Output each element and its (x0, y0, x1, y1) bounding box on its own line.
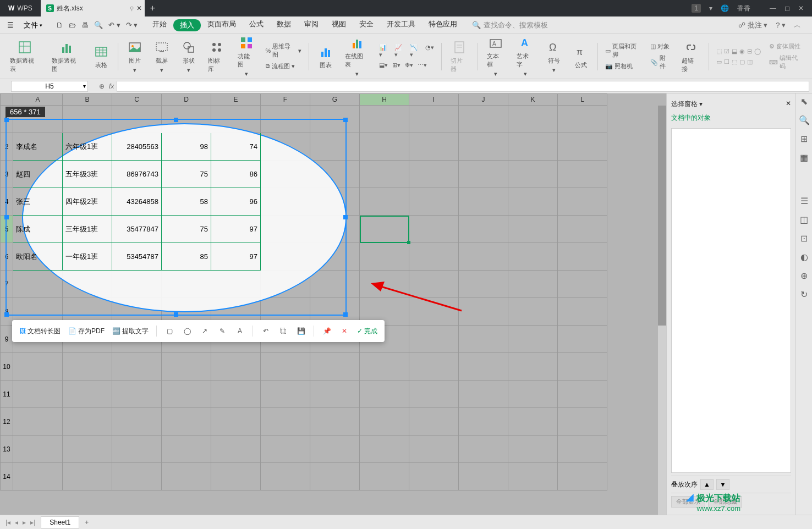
strip-side3-icon[interactable]: ⊡ (800, 233, 808, 244)
cell[interactable] (13, 408, 63, 436)
strip-side2-icon[interactable]: ◫ (800, 214, 808, 225)
cell[interactable] (360, 463, 409, 491)
annotate-button[interactable]: ☍ 批注 ▾ (738, 20, 767, 30)
close-tab-icon[interactable]: ✕ (136, 4, 142, 12)
tab-security[interactable]: 安全 (353, 19, 380, 31)
cell[interactable] (409, 463, 459, 491)
cell[interactable] (211, 463, 261, 491)
cell[interactable] (508, 326, 558, 353)
strip-side4-icon[interactable]: ◐ (800, 252, 808, 262)
form-8-icon[interactable]: ☐ (724, 58, 729, 65)
row-header[interactable]: 10 (0, 353, 13, 381)
col-header-A[interactable]: A (13, 93, 63, 106)
sheet-tab[interactable]: Sheet1 (41, 516, 79, 528)
qat-open-icon[interactable]: 🗁 (69, 21, 76, 29)
cell[interactable] (63, 353, 112, 381)
strip-search-icon[interactable]: 🔍 (799, 115, 810, 125)
cell[interactable] (162, 463, 211, 491)
pivot-chart-button[interactable]: 数据透视图 (47, 40, 86, 73)
cell[interactable] (508, 463, 558, 491)
col-header-F[interactable]: F (261, 93, 310, 106)
cell[interactable] (558, 436, 607, 463)
cell[interactable] (508, 188, 558, 216)
cancel-tool-icon[interactable]: ✕ (338, 324, 351, 338)
camera-button[interactable]: 📷 照相机 (605, 61, 643, 71)
cell[interactable] (558, 106, 607, 133)
row-header[interactable]: 13 (0, 436, 13, 463)
online-chart-button[interactable]: 在线图表 ▾ (341, 35, 374, 78)
sparkline-7-icon[interactable]: ❉▾ (405, 62, 413, 69)
cell[interactable] (261, 353, 310, 381)
tab-view[interactable]: 视图 (325, 19, 353, 31)
col-header-G[interactable]: G (310, 93, 360, 106)
cell[interactable] (211, 408, 261, 436)
cell[interactable] (360, 161, 409, 188)
undo-tool-icon[interactable]: ↶ (259, 324, 272, 338)
text-tool-icon[interactable]: A (233, 324, 246, 338)
cell[interactable] (162, 436, 211, 463)
app-logo[interactable]: W WPS (0, 4, 41, 12)
form-11-icon[interactable]: ◫ (747, 58, 753, 65)
form-5-icon[interactable]: ⊟ (747, 48, 752, 55)
save-pdf-button[interactable]: 📄存为PDF (67, 325, 106, 338)
qat-print-icon[interactable]: 🖶 (81, 21, 89, 29)
form-9-icon[interactable]: ⬚ (732, 58, 737, 65)
screenshot-selection[interactable]: 656 * 371 (6, 119, 347, 316)
cell[interactable] (508, 106, 558, 133)
cell[interactable] (558, 271, 607, 298)
sheet-nav-prev-icon[interactable]: ◂ (15, 519, 18, 526)
slicer-button[interactable]: 切片器 (446, 40, 473, 73)
pen-tool-icon[interactable]: ✎ (216, 324, 229, 338)
strip-side6-icon[interactable]: ↻ (800, 289, 808, 300)
cell[interactable] (459, 353, 508, 381)
help-button[interactable]: ? ▾ (776, 21, 786, 29)
chart-button[interactable]: 图表 (314, 44, 338, 69)
row-header[interactable]: 9 (0, 326, 13, 353)
cell[interactable] (459, 243, 508, 271)
tab-start[interactable]: 开始 (146, 19, 173, 31)
spreadsheet[interactable]: A B C D E F G H I J K L 1 2 3 4 5 (0, 93, 666, 515)
strip-side1-icon[interactable]: ☰ (800, 196, 808, 206)
arrow-tool-icon[interactable]: ↗ (198, 324, 211, 338)
cell[interactable] (508, 353, 558, 381)
cell[interactable] (360, 381, 409, 408)
cell[interactable] (409, 133, 459, 161)
cell[interactable] (459, 298, 508, 326)
strip-select-icon[interactable]: ⬉ (800, 96, 808, 107)
fx-icon[interactable]: fx (109, 82, 114, 90)
cell[interactable] (459, 463, 508, 491)
cell[interactable] (409, 106, 459, 133)
cell[interactable] (558, 243, 607, 271)
rect-tool-icon[interactable]: ▢ (163, 324, 176, 338)
header-footer-button[interactable]: ▭ 页眉和页脚 (605, 41, 643, 60)
done-button[interactable]: ✓ 完成 (355, 325, 379, 338)
cell[interactable] (13, 353, 63, 381)
cell[interactable] (409, 436, 459, 463)
zoom-fx-icon[interactable]: ⊕ (99, 82, 105, 90)
panel-content[interactable] (671, 128, 791, 473)
globe-icon[interactable]: 🌐 (721, 4, 729, 12)
cell[interactable] (261, 463, 310, 491)
cell[interactable] (508, 243, 558, 271)
ellipse-tool-icon[interactable]: ◯ (180, 324, 194, 338)
tab-dev[interactable]: 开发工具 (380, 19, 422, 31)
chevron-down-icon[interactable]: ▾ (83, 83, 86, 89)
cell[interactable] (360, 216, 409, 243)
flowchart-button[interactable]: ⧉ 流程图 ▾ (266, 61, 302, 71)
tab-review[interactable]: 审阅 (298, 19, 325, 31)
cell[interactable] (112, 381, 162, 408)
cell[interactable] (409, 243, 459, 271)
smartart-button[interactable]: 功能图 ▾ (233, 35, 260, 78)
sparkline-5-icon[interactable]: ⬓▾ (379, 62, 388, 69)
cell[interactable] (360, 436, 409, 463)
cell[interactable] (459, 436, 508, 463)
cell[interactable] (558, 463, 607, 491)
col-header-D[interactable]: D (162, 93, 211, 106)
cell[interactable] (112, 408, 162, 436)
sparkline-3-icon[interactable]: 📉▾ (410, 44, 421, 58)
col-header-I[interactable]: I (409, 93, 459, 106)
cell[interactable] (459, 408, 508, 436)
col-header-C[interactable]: C (112, 93, 162, 106)
sheet-nav-first-icon[interactable]: |◂ (6, 519, 10, 526)
cell[interactable] (508, 408, 558, 436)
